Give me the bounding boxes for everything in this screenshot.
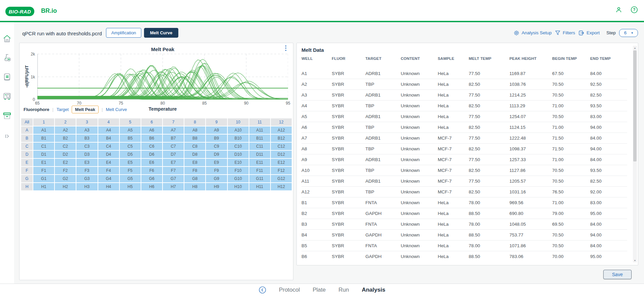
well-A10[interactable]: A10 [228,126,249,134]
well-D9[interactable]: D9 [206,151,227,158]
well-F10[interactable]: F10 [228,167,249,174]
subtab-melt-curve[interactable]: Melt Curve [106,107,127,112]
well-B3[interactable]: B3 [76,135,97,142]
well-F7[interactable]: F7 [163,167,184,174]
well-H11[interactable]: H11 [249,183,270,190]
archive-icon[interactable] [3,111,11,120]
plate-col-header-4[interactable]: 4 [98,118,119,126]
well-E1[interactable]: E1 [33,159,54,166]
well-D3[interactable]: D3 [76,151,97,158]
scroll-up-icon[interactable]: ▲ [633,46,637,50]
well-H6[interactable]: H6 [141,183,162,190]
plate-col-header-7[interactable]: 7 [163,118,184,126]
step-dropdown[interactable]: 6 ▾ [619,29,638,37]
well-G11[interactable]: G11 [249,175,270,182]
well-A9[interactable]: A9 [206,126,227,134]
scroll-down-icon[interactable]: ▼ [633,258,637,262]
plate-col-header-1[interactable]: 1 [33,118,54,126]
plate-row-header-F[interactable]: F [21,167,33,174]
well-C7[interactable]: C7 [163,143,184,150]
plate-col-header-12[interactable]: 12 [271,118,292,126]
well-H10[interactable]: H10 [228,183,249,190]
table-row[interactable]: A1SYBRADRB1UnknownHeLa77.501169.8767.508… [301,68,627,79]
plate-col-header-10[interactable]: 10 [228,118,249,126]
table-row[interactable]: B6SYBRGAPDHUnknownHeLa88.50783.0670.0095… [301,251,627,262]
well-H5[interactable]: H5 [120,183,141,190]
plate-row-header-C[interactable]: C [21,143,33,150]
analysis-setup-button[interactable]: Analysis Setup [513,30,551,36]
well-A3[interactable]: A3 [76,126,97,134]
scrollbar-thumb[interactable] [633,50,637,161]
well-B4[interactable]: B4 [98,135,119,142]
well-C12[interactable]: C12 [271,143,292,150]
well-A2[interactable]: A2 [55,126,76,134]
well-F11[interactable]: F11 [249,167,270,174]
well-E6[interactable]: E6 [141,159,162,166]
instrument-icon[interactable] [3,92,11,101]
well-B10[interactable]: B10 [228,135,249,142]
well-E3[interactable]: E3 [76,159,97,166]
subtab-melt-peak-selected[interactable]: Melt Peak [72,106,99,113]
table-row[interactable]: A9SYBRADRB1UnknownMCF-777.501257.3371.00… [301,154,627,165]
plate-select-all[interactable]: All [21,118,33,126]
home-icon[interactable] [3,34,11,43]
well-E8[interactable]: E8 [184,159,205,166]
help-icon[interactable]: ? [631,6,638,13]
well-B2[interactable]: B2 [55,135,76,142]
new-experiment-icon[interactable] [3,53,11,62]
table-row[interactable]: A11SYBRADRB1UnknownMCF-777.501205.5770.5… [301,176,627,186]
well-G12[interactable]: G12 [271,175,292,182]
well-B12[interactable]: B12 [271,135,292,142]
well-C4[interactable]: C4 [98,143,119,150]
well-A7[interactable]: A7 [163,126,184,134]
well-C2[interactable]: C2 [55,143,76,150]
plate-row-header-A[interactable]: A [21,126,33,134]
well-D2[interactable]: D2 [55,151,76,158]
plate-row-header-G[interactable]: G [21,175,33,182]
footer-analysis-active[interactable]: Analysis [362,287,385,293]
well-A11[interactable]: A11 [249,126,270,134]
table-scrollbar[interactable]: ▲ ▼ [633,46,637,262]
well-F3[interactable]: F3 [76,167,97,174]
well-A8[interactable]: A8 [184,126,205,134]
well-A6[interactable]: A6 [141,126,162,134]
well-B7[interactable]: B7 [163,135,184,142]
table-row[interactable]: A12SYBRTBPUnknownMCF-782.501031.1676.509… [301,186,627,197]
well-E5[interactable]: E5 [120,159,141,166]
well-A4[interactable]: A4 [98,126,119,134]
plate-col-header-3[interactable]: 3 [76,118,97,126]
well-H9[interactable]: H9 [206,183,227,190]
documents-icon[interactable] [3,73,11,81]
well-D4[interactable]: D4 [98,151,119,158]
well-H8[interactable]: H8 [184,183,205,190]
well-F4[interactable]: F4 [98,167,119,174]
well-H7[interactable]: H7 [163,183,184,190]
table-row[interactable]: A2SYBRTBPUnknownHeLa82.501038.7670.5092.… [301,79,627,89]
table-row[interactable]: B5SYBRFNTAUnknownHeLa78.001071.8670.5084… [301,240,627,251]
subtab-fluorophore[interactable]: Fluorophore [24,107,49,112]
well-B1[interactable]: B1 [33,135,54,142]
well-H3[interactable]: H3 [76,183,97,190]
well-G10[interactable]: G10 [228,175,249,182]
table-row[interactable]: A10SYBRTBPUnknownMCF-782.501127.8670.509… [301,165,627,176]
well-C3[interactable]: C3 [76,143,97,150]
well-F12[interactable]: F12 [271,167,292,174]
table-row[interactable]: A8SYBRTBPUnknownMCF-782.501098.3771.5094… [301,143,627,154]
well-D10[interactable]: D10 [228,151,249,158]
expand-sidebar-icon[interactable] [3,132,11,141]
well-F6[interactable]: F6 [141,167,162,174]
subtab-target[interactable]: Target [57,107,69,112]
well-G4[interactable]: G4 [98,175,119,182]
footer-run[interactable]: Run [338,287,349,293]
well-A12[interactable]: A12 [271,126,292,134]
well-G6[interactable]: G6 [141,175,162,182]
filters-button[interactable]: Filters [555,30,575,36]
well-G5[interactable]: G5 [120,175,141,182]
table-row[interactable]: B3SYBRFNTAUnknownHeLa78.001048.0569.5084… [301,219,627,229]
well-G7[interactable]: G7 [163,175,184,182]
table-row[interactable]: A4SYBRTBPUnknownHeLa82.501113.2971.0093.… [301,100,627,111]
well-C1[interactable]: C1 [33,143,54,150]
back-icon[interactable] [259,286,266,294]
well-B11[interactable]: B11 [249,135,270,142]
well-G9[interactable]: G9 [206,175,227,182]
